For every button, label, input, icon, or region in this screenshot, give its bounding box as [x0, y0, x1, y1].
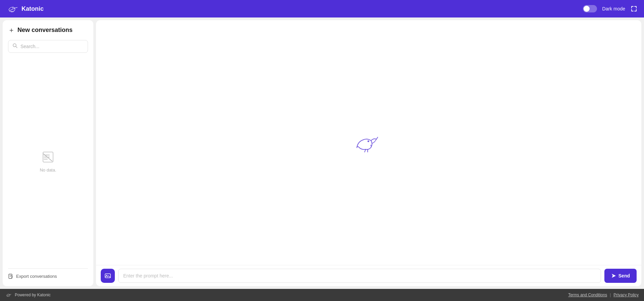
plus-icon: ＋	[8, 26, 15, 35]
search-box	[8, 40, 88, 53]
dark-mode-toggle[interactable]	[583, 5, 597, 12]
search-input[interactable]	[20, 44, 84, 49]
header-right: Dark mode	[583, 5, 637, 12]
sidebar-divider	[8, 268, 88, 269]
chat-panel: Send	[96, 20, 641, 286]
powered-by-text: Powered by Katonic	[15, 293, 51, 297]
export-conversations-button[interactable]: Export conversations	[8, 271, 88, 281]
chat-input-row: Send	[96, 265, 641, 286]
no-list-icon	[43, 152, 53, 165]
svg-rect-9	[105, 274, 110, 278]
logo-text: Katonic	[21, 5, 44, 12]
image-icon	[104, 272, 111, 279]
main-content: ＋ New conversations No data.	[0, 17, 644, 289]
search-icon	[12, 43, 18, 50]
no-data-text: No data.	[40, 167, 56, 173]
fullscreen-button[interactable]	[631, 5, 637, 12]
svg-point-8	[368, 141, 369, 142]
no-data-area: No data.	[8, 58, 88, 266]
export-icon	[8, 273, 13, 279]
new-conversations-label: New conversations	[17, 27, 73, 34]
new-conversations-button[interactable]: ＋ New conversations	[8, 26, 88, 35]
logo: Katonic	[7, 5, 44, 13]
image-upload-button[interactable]	[101, 269, 115, 283]
footer-logo-icon	[5, 293, 12, 297]
send-icon	[611, 273, 616, 278]
footer: Powered by Katonic Terms and Conditions …	[0, 289, 644, 301]
center-logo	[354, 133, 384, 153]
privacy-link[interactable]: Privacy Policy	[613, 293, 639, 297]
fullscreen-icon	[631, 5, 637, 12]
sidebar: ＋ New conversations No data.	[3, 20, 93, 286]
svg-point-0	[12, 8, 13, 8]
send-button[interactable]: Send	[604, 269, 637, 283]
logo-icon	[7, 5, 19, 13]
footer-divider: |	[610, 293, 611, 297]
prompt-input[interactable]	[118, 269, 601, 283]
header: Katonic Dark mode	[0, 0, 644, 17]
send-label: Send	[618, 273, 630, 278]
export-label: Export conversations	[16, 274, 57, 279]
toggle-knob	[584, 6, 590, 12]
svg-point-1	[13, 44, 16, 47]
chat-area	[96, 20, 641, 265]
footer-right: Terms and Conditions | Privacy Policy	[568, 293, 639, 297]
footer-left: Powered by Katonic	[5, 293, 51, 297]
dark-mode-label: Dark mode	[602, 6, 625, 11]
terms-link[interactable]: Terms and Conditions	[568, 293, 607, 297]
